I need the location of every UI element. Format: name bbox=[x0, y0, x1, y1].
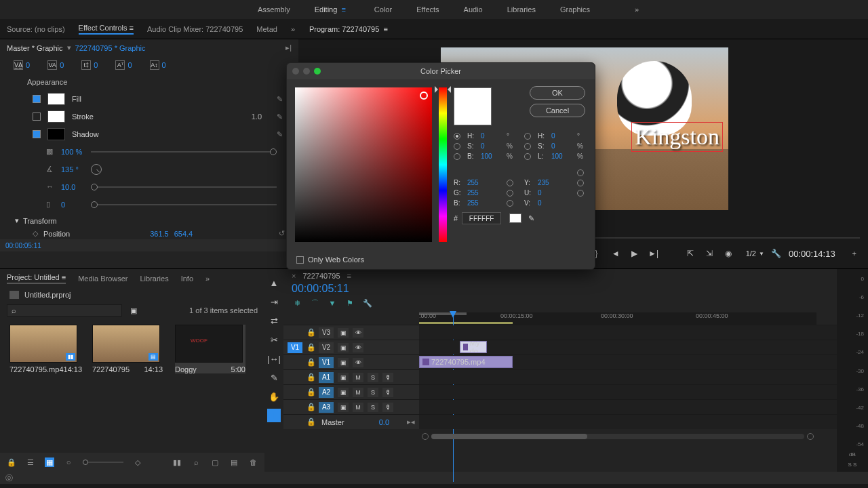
marker-icon[interactable]: ▼ bbox=[327, 298, 338, 308]
position-keyframe-icon[interactable]: ◇ bbox=[33, 229, 38, 238]
track-label[interactable]: V2 bbox=[319, 342, 334, 353]
picker-titlebar[interactable]: Color Picker bbox=[287, 63, 595, 79]
h2-value[interactable]: 0 bbox=[551, 132, 573, 140]
workspace-tab-audio[interactable]: Audio bbox=[464, 5, 483, 14]
mute-icon[interactable]: M bbox=[353, 388, 363, 397]
zoom-in-handle[interactable] bbox=[807, 433, 814, 440]
hand-tool-icon[interactable]: ✋ bbox=[267, 390, 281, 403]
thumbnail-item[interactable]: ▮▮ 722740795.mp414:13 bbox=[9, 325, 80, 373]
shadow-opacity-slider[interactable] bbox=[91, 151, 277, 152]
thumbnail-item[interactable]: WOOF Doggy5:00 bbox=[175, 325, 245, 373]
solo-icon[interactable]: S bbox=[368, 403, 378, 412]
radio-b[interactable] bbox=[454, 153, 460, 160]
radio-b2[interactable] bbox=[577, 190, 584, 197]
b-value[interactable]: 100 bbox=[481, 152, 502, 160]
export-frame-icon[interactable]: ◉ bbox=[722, 246, 735, 261]
workspace-tab-effects[interactable]: Effects bbox=[416, 5, 439, 14]
trash-icon[interactable]: 🗑 bbox=[248, 458, 258, 467]
wrench-icon[interactable]: 🔧 bbox=[362, 298, 373, 308]
shadow-distance-value[interactable]: 10.0 bbox=[61, 183, 85, 191]
list-view-icon[interactable]: ☰ bbox=[26, 458, 35, 467]
timeline-mini-icon[interactable]: ▸| bbox=[285, 43, 292, 52]
angle-dial[interactable] bbox=[91, 164, 102, 175]
close-seq-icon[interactable]: × bbox=[292, 272, 296, 280]
toggle-output-icon[interactable]: ▣ bbox=[338, 343, 349, 352]
track-label[interactable]: A1 bbox=[319, 372, 334, 383]
sequence-name[interactable]: 722740795 bbox=[302, 272, 340, 280]
stroke-swatch[interactable] bbox=[47, 110, 65, 123]
workspace-overflow-icon[interactable]: » bbox=[635, 5, 639, 14]
radio-g[interactable] bbox=[577, 180, 584, 186]
s-value[interactable]: 0 bbox=[481, 142, 502, 150]
eyedropper-icon[interactable]: ✎ bbox=[528, 214, 534, 223]
timeline-ruler[interactable]: :00:00 00:00:15:00 00:00:30:00 00:00:45:… bbox=[419, 312, 816, 325]
kern-kerning[interactable]: VA0 bbox=[47, 60, 64, 70]
lock-icon[interactable]: 🔒 bbox=[307, 328, 315, 337]
thumbnail-item[interactable]: ▤ 72274079514:13 bbox=[92, 325, 163, 373]
status-icon[interactable]: ⓪ bbox=[5, 473, 15, 483]
automate-icon[interactable]: ▮▮ bbox=[172, 458, 182, 467]
cancel-button[interactable]: Cancel bbox=[530, 104, 585, 117]
fill-checkbox[interactable] bbox=[33, 95, 41, 103]
lift-icon[interactable]: ⇱ bbox=[684, 246, 697, 261]
fill-eyedropper-icon[interactable]: ✎ bbox=[274, 95, 285, 104]
tab-info[interactable]: Info bbox=[181, 274, 193, 283]
toggle-output-icon[interactable]: ▣ bbox=[338, 373, 349, 382]
workspace-tab-graphics[interactable]: Graphics bbox=[560, 5, 590, 14]
toggle-output-icon[interactable]: ▣ bbox=[338, 388, 349, 397]
ripple-tool-icon[interactable]: ⇄ bbox=[267, 314, 281, 327]
voice-icon[interactable]: 🎙 bbox=[382, 373, 393, 382]
toggle-output-icon[interactable]: ▣ bbox=[338, 403, 349, 412]
shadow-eyedropper-icon[interactable]: ✎ bbox=[274, 130, 285, 139]
project-overflow-icon[interactable]: » bbox=[205, 274, 210, 283]
y-value[interactable]: 235 bbox=[538, 179, 547, 186]
shadow-blur-slider[interactable] bbox=[91, 204, 277, 205]
g-value[interactable]: 255 bbox=[467, 189, 477, 197]
radio-v[interactable] bbox=[507, 200, 513, 207]
window-close-icon[interactable] bbox=[292, 68, 299, 75]
type-tool-icon[interactable]: T bbox=[267, 409, 281, 422]
step-back-icon[interactable]: ◄ bbox=[609, 246, 623, 261]
master-db-value[interactable]: 0.0 bbox=[379, 418, 389, 426]
voice-icon[interactable]: 🎙 bbox=[382, 388, 393, 397]
stroke-eyedropper-icon[interactable]: ✎ bbox=[274, 113, 285, 121]
radio-y[interactable] bbox=[507, 180, 513, 186]
write-lock-icon[interactable]: 🔒 bbox=[7, 458, 16, 467]
stroke-checkbox[interactable] bbox=[33, 113, 41, 121]
icon-view-icon[interactable]: ▦ bbox=[45, 458, 54, 467]
linked-sel-icon[interactable]: ⌒ bbox=[309, 298, 320, 308]
track-label[interactable]: A2 bbox=[319, 387, 334, 398]
toggle-output-icon[interactable]: ▣ bbox=[338, 358, 349, 367]
workspace-tab-assembly[interactable]: Assembly bbox=[258, 5, 290, 14]
shadow-distance-slider[interactable] bbox=[91, 186, 277, 188]
radio-l[interactable] bbox=[524, 153, 531, 160]
button-editor-icon[interactable]: + bbox=[849, 247, 860, 260]
settings-wrench-icon[interactable]: ⚑ bbox=[344, 298, 355, 308]
mute-icon[interactable]: M bbox=[353, 373, 363, 382]
toggle-sync-icon[interactable]: 👁 bbox=[353, 328, 363, 338]
web-colors-checkbox[interactable] bbox=[296, 256, 304, 264]
radio-u[interactable] bbox=[507, 190, 513, 197]
new-item-icon[interactable]: ▤ bbox=[229, 458, 239, 467]
shadow-opacity-value[interactable]: 100 % bbox=[61, 148, 85, 156]
lock-icon[interactable]: 🔒 bbox=[307, 373, 315, 382]
clip-video[interactable]: 722740795.mp4 bbox=[419, 356, 513, 368]
shadow-blur-value[interactable]: 0 bbox=[61, 201, 85, 209]
new-bin-footer-icon[interactable]: ▢ bbox=[210, 458, 220, 467]
tab-program[interactable]: Program: 722740795 ≡ bbox=[309, 25, 388, 33]
radio-s2[interactable] bbox=[524, 143, 531, 150]
radio-r[interactable] bbox=[577, 169, 584, 176]
b2-value[interactable]: 255 bbox=[467, 199, 477, 207]
workspace-tab-libraries[interactable]: Libraries bbox=[507, 5, 536, 14]
clip-title[interactable]: My do bbox=[460, 341, 487, 353]
position-reset-icon[interactable]: ↺ bbox=[279, 229, 285, 238]
transform-disclosure-icon[interactable]: ▾ bbox=[15, 216, 19, 225]
toggle-sync-icon[interactable]: 👁 bbox=[353, 343, 363, 352]
pen-tool-icon[interactable]: ✎ bbox=[267, 371, 281, 384]
thumb-size-slider[interactable] bbox=[83, 462, 123, 463]
position-y-value[interactable]: 654.4 bbox=[174, 230, 193, 238]
clip-graphic-label[interactable]: 722740795 * Graphic bbox=[75, 44, 146, 52]
freeform-view-icon[interactable]: ○ bbox=[64, 458, 73, 467]
kern-leading[interactable]: t‡0 bbox=[81, 60, 98, 70]
timeline-zoom-scroll[interactable] bbox=[419, 432, 816, 441]
